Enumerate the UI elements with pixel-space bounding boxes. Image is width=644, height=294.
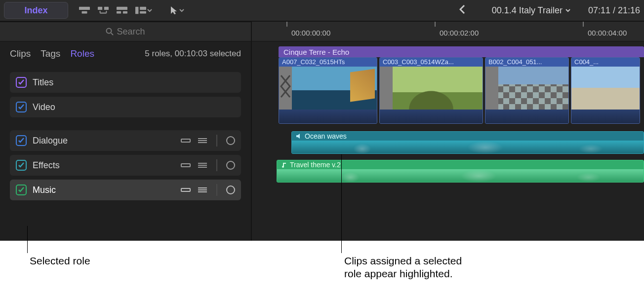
speaker-icon [296,133,302,139]
svg-rect-2 [98,7,102,10]
role-checkbox[interactable] [16,77,27,88]
primary-storyline: A007_C032_0515HTs C003_C003_0514WZa... B… [279,57,644,124]
show-subroles-icon[interactable] [198,162,207,169]
show-subroles-icon[interactable] [198,186,207,193]
svg-rect-0 [79,7,90,10]
svg-rect-12 [181,164,190,167]
tracks-area: Cinque Terre - Echo A007_C032_0515HTs C0… [252,41,644,50]
clip-label: C003_C003_0514WZa... [380,58,483,67]
clip-audio-waveform [279,110,377,123]
svg-rect-6 [123,11,127,14]
svg-rect-11 [181,139,190,142]
transition-icon[interactable] [279,67,292,110]
clip-label: B002_C004_051... [485,58,568,67]
toolbar: Index 00.1.4 Italy Tra [0,0,644,22]
role-row-video[interactable]: Video [10,97,241,117]
time-ruler[interactable]: 00:00:00:00 00:00:02:00 00:00:04:00 [252,22,644,41]
audio-clip-music[interactable]: Travel theme v.2 [277,160,644,183]
storyline-title[interactable]: Cinque Terre - Echo [279,46,644,57]
callout-line [341,154,342,253]
role-label: Video [33,102,55,112]
role-row-titles[interactable]: Titles [10,72,241,93]
role-row-effects[interactable]: Effects [10,155,241,176]
clip-label: A007_C032_0515HTs [279,58,377,67]
svg-rect-8 [140,7,146,10]
svg-point-10 [107,29,112,34]
transition-icon[interactable] [380,67,393,110]
annotation-highlighted: Clips assigned a selected role appear hi… [344,255,462,280]
project-title-label: 00.1.4 Italy Trailer [492,5,563,16]
tab-tags[interactable]: Tags [40,48,60,59]
index-button[interactable]: Index [4,2,68,19]
svg-rect-7 [135,7,138,14]
svg-rect-13 [181,188,190,191]
search-input[interactable]: Search [0,22,251,41]
roles-list: Titles Video Dialogue [0,66,251,206]
focus-role-icon[interactable] [226,161,235,170]
search-placeholder: Search [117,27,145,37]
collapse-subroles-icon[interactable] [181,137,191,144]
clip-label: Travel theme v.2 [290,161,341,169]
project-title-dropdown[interactable]: 00.1.4 Italy Trailer [492,5,570,16]
main-body: Search Clips Tags Roles 5 roles, 00:10:0… [0,22,644,241]
history-back-icon[interactable] [459,5,465,16]
clip-audio-waveform [485,110,568,123]
svg-rect-4 [117,7,127,10]
svg-rect-1 [82,11,87,14]
video-clip[interactable]: B002_C004_051... [485,57,569,124]
overwrite-tool-icon[interactable] [135,6,152,14]
role-checkbox[interactable] [16,135,27,146]
svg-rect-9 [140,11,146,14]
insert-tool-icon[interactable] [79,6,90,14]
select-tool-icon[interactable] [170,6,184,15]
focus-role-icon[interactable] [226,185,235,194]
role-row-dialogue[interactable]: Dialogue [10,130,241,151]
svg-rect-5 [117,11,121,14]
chevron-down-icon [179,8,184,13]
timeline-tools-group [79,6,184,15]
collapse-subroles-icon[interactable] [181,162,191,169]
video-clip[interactable]: C003_C003_0514WZa... [379,57,483,124]
role-checkbox[interactable] [16,160,27,171]
clip-thumbnail [571,67,640,110]
clip-thumbnail [380,67,483,110]
annotation-selected-role: Selected role [30,255,90,267]
clip-audio-waveform [292,141,644,154]
clip-thumbnail [279,67,377,110]
annotation-area: Selected role Clips assigned a selected … [0,241,644,294]
role-label: Dialogue [33,136,68,146]
transition-icon[interactable] [485,67,498,110]
index-tabs: Clips Tags Roles 5 roles, 00:10:03 selec… [0,41,251,66]
callout-line [27,226,28,253]
tab-clips[interactable]: Clips [10,48,31,59]
search-icon [106,28,114,36]
tab-roles[interactable]: Roles [70,48,94,59]
video-clip[interactable]: C004_... [571,57,640,124]
app-window: Index 00.1.4 Italy Tra [0,0,644,241]
role-checkbox[interactable] [16,102,27,112]
roles-summary: 5 roles, 00:10:03 selected [145,49,241,59]
role-label: Titles [33,77,53,88]
index-sidebar: Search Clips Tags Roles 5 roles, 00:10:0… [0,22,252,241]
chevron-down-icon [565,8,570,13]
svg-rect-3 [104,7,109,10]
focus-role-icon[interactable] [226,136,235,145]
chevron-down-icon [147,8,152,13]
clip-label: Ocean waves [305,132,347,140]
ruler-tick-label: 00:00:02:00 [440,29,479,37]
role-checkbox[interactable] [16,184,27,195]
video-clip[interactable]: A007_C032_0515HTs [279,57,377,124]
timeline[interactable]: 00:00:00:00 00:00:02:00 00:00:04:00 Cinq… [252,22,644,241]
ruler-tick-label: 00:00:00:00 [291,29,330,37]
clip-audio-waveform [380,110,483,123]
collapse-subroles-icon[interactable] [181,186,191,193]
timecode-display: 07:11 / 21:16 [588,5,640,16]
audio-clip-ocean[interactable]: Ocean waves [291,131,644,154]
show-subroles-icon[interactable] [198,137,207,144]
role-label: Effects [33,160,60,171]
role-row-music[interactable]: Music [10,180,241,200]
connect-tool-icon[interactable] [117,6,127,14]
clip-audio-waveform [277,169,644,183]
clip-label: C004_... [571,58,640,67]
append-tool-icon[interactable] [98,6,109,14]
